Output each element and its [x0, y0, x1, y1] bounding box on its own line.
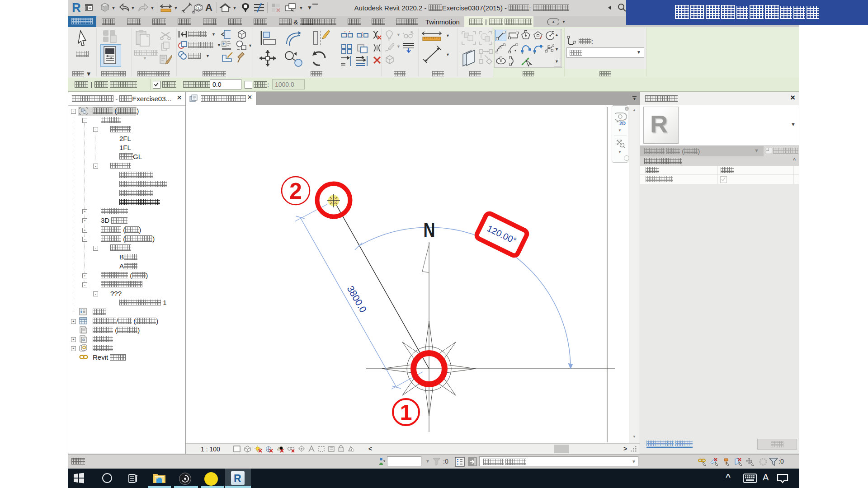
svg-text:2: 2: [289, 178, 302, 204]
svg-text:1: 1: [197, 6, 199, 10]
svg-text:N: N: [424, 218, 435, 242]
svg-text:1: 1: [400, 400, 412, 424]
svg-text:3800.0: 3800.0: [345, 284, 368, 314]
